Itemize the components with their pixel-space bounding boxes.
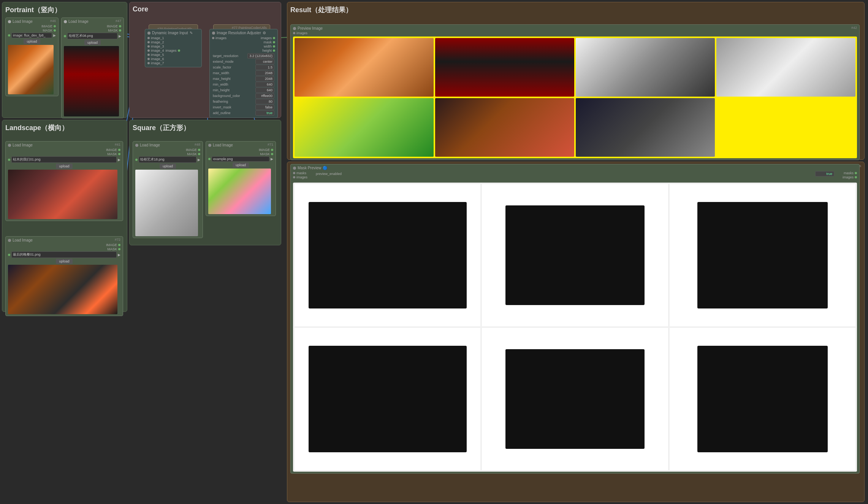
mask-black-4	[309, 346, 467, 453]
image-input-47[interactable]: 绘框艺术08.png	[67, 33, 117, 39]
preview-image-node-42: #42 Preview Image images	[290, 24, 860, 160]
image-input-72[interactable]: 最后的晚餐01.png	[11, 251, 117, 258]
result-img-7	[576, 98, 715, 157]
arrow-right-icon: ▶	[119, 34, 121, 38]
image-input-48[interactable]: 绘框艺术18.png	[139, 156, 196, 163]
upload-btn-72[interactable]: upload	[56, 259, 72, 264]
result-title: Result（处理结果）	[290, 5, 861, 14]
upload-btn-41[interactable]: upload	[56, 164, 72, 169]
dynamic-image-input-node: Dynamic Image Input ✎ image_1 image_2 im…	[145, 29, 202, 67]
result-image-grid	[293, 37, 857, 158]
upload-btn-46[interactable]: upload	[24, 39, 40, 44]
node-47-title: Load Image	[68, 19, 89, 24]
node-41-title: Load Image	[13, 143, 33, 147]
mask-out-dot-47	[119, 29, 121, 32]
load-image-node-48: #48 Load Image IMAGE MASK 绘框艺术18.png ▶ u…	[133, 141, 203, 238]
core-title: Core	[133, 5, 278, 13]
node-id-42: #42	[851, 26, 857, 30]
result-img-2	[435, 38, 574, 97]
mask-cell-4	[295, 328, 480, 470]
mask-black-1	[309, 202, 467, 309]
upload-btn-47[interactable]: upload	[84, 40, 101, 45]
node-46-title: Load Image	[13, 19, 33, 24]
mask-black-6	[697, 346, 828, 453]
mask-black-2	[505, 205, 645, 305]
node-id-48: #48	[195, 143, 200, 146]
mask-black-5	[505, 349, 645, 449]
mask-port-dot	[54, 29, 56, 32]
load-image-node-71: #71 Load Image IMAGE MASK example.png ▶ …	[206, 141, 276, 216]
node-71-title: Load Image	[213, 143, 233, 147]
node-48-title: Load Image	[140, 143, 160, 147]
mask-preview-node: Mask Preview 🔵 masks images preview_enab…	[290, 164, 860, 474]
image-input-46[interactable]: image: flux_dev_fp8_	[11, 33, 52, 38]
node-id-41: #41	[115, 143, 120, 146]
node-id-47: #47	[116, 19, 121, 23]
port-mask-label: MASK	[43, 29, 52, 32]
input-dot	[8, 34, 10, 37]
core-panel: Core #70 PaintingCoderUtils Dynamic Imag…	[129, 2, 281, 118]
square-title: Square（正方形）	[133, 123, 278, 132]
mask-image-grid	[293, 183, 857, 472]
result-img-6	[435, 98, 574, 157]
node-72-title: Load Image	[13, 238, 33, 242]
preview-image-41	[8, 170, 117, 219]
preview-image-71	[208, 169, 271, 214]
image-port-dot	[54, 25, 56, 27]
portrait-title: Portraint（竖向）	[5, 5, 124, 14]
preview-image-47	[64, 46, 119, 116]
arrow-icon: ▶	[53, 33, 56, 37]
load-image-node-72: #72 Load Image IMAGE MASK 最后的晚餐01.png ▶ …	[5, 236, 123, 316]
dynamic-dot	[147, 32, 150, 35]
mask-panel: #124 PaintingCoderUtils Mask Preview 🔵 m…	[287, 162, 865, 502]
load-image-node-41: #41 Load Image IMAGE MASK 枯木的我们01.png ▶ …	[5, 141, 123, 221]
result-img-3	[576, 38, 715, 97]
landscape-panel: Landscape（横向） #41 Load Image IMAGE MASK …	[2, 120, 127, 312]
image-out-dot-47	[119, 25, 121, 27]
mask-cell-2	[482, 184, 668, 326]
landscape-title: Landscape（横向）	[5, 123, 124, 132]
mask-preview-label: Mask Preview	[298, 166, 321, 170]
square-panel: Square（正方形） #48 Load Image IMAGE MASK 绘框…	[129, 120, 281, 245]
load-image-node-47: #47 Load Image IMAGE MASK 绘框艺术08.png ▶ u…	[61, 17, 124, 118]
adjuster-label: Image Resolution Adjuster	[217, 31, 261, 35]
portrait-panel: Portraint（竖向） #46 Load Image IMAGE MASK …	[2, 2, 127, 118]
preview-image-48	[135, 170, 198, 236]
mask-cell-6	[670, 328, 855, 470]
image-input-41[interactable]: 枯木的我们01.png	[11, 156, 117, 163]
result-img-4	[716, 38, 855, 97]
node-id-71: #71	[268, 143, 273, 146]
preview-image-72	[8, 265, 117, 314]
mask-cell-1	[295, 184, 480, 326]
result-img-1	[295, 38, 434, 97]
preview-image-label: Preview Image	[298, 26, 323, 30]
upload-btn-71[interactable]: upload	[233, 162, 249, 168]
port-image-label: IMAGE	[41, 24, 52, 28]
node-id-72: #72	[115, 238, 120, 242]
mask-cell-3	[670, 184, 855, 326]
result-panel: Result（处理结果） #42 Preview Image images	[287, 2, 865, 160]
adjuster-dot	[212, 32, 215, 35]
node-id-46: #46	[50, 19, 56, 23]
upload-btn-48[interactable]: upload	[160, 164, 176, 169]
dynamic-input-label: Dynamic Image Input	[152, 31, 188, 35]
result-img-5	[295, 98, 434, 157]
result-img-empty	[716, 98, 855, 157]
resolution-adjuster-node: Image Resolution Adjuster ⚙ images image…	[209, 29, 278, 118]
mask-black-3	[697, 202, 828, 309]
load-image-node-46: #46 Load Image IMAGE MASK image: flux_de…	[5, 17, 59, 96]
preview-image-46	[8, 45, 54, 94]
mask-cell-5	[482, 328, 668, 470]
input-dot-47	[64, 35, 66, 37]
image-input-71[interactable]: example.png	[212, 156, 269, 162]
